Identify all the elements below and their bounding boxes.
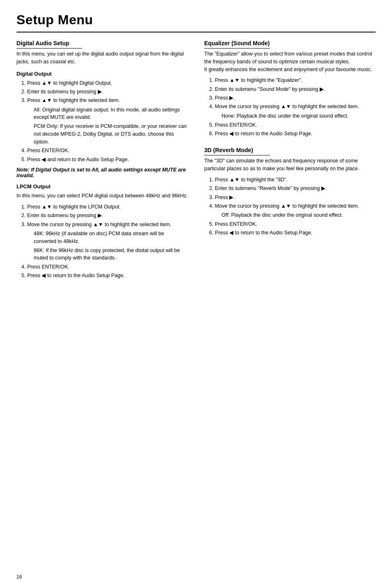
list-item: Press ▲▼ to highlight Digital Output. [27,79,188,87]
indent-block: None: Playback the disc under the origin… [221,112,376,120]
list-item: Press ▲▼ to highlight the "3D". [215,176,376,184]
page-title: Setup Menu [16,12,376,28]
digital-output-title: Digital Output [16,71,188,77]
page-number: 16 [16,574,22,580]
right-column: Equalizer (Sound Mode) The "Equalizer" a… [204,40,376,289]
equalizer-steps: Press ▲▼ to highlight the "Equalizer". E… [212,76,376,138]
3d-reverb-steps: Press ▲▼ to highlight the "3D". Enter it… [212,176,376,237]
list-item: Press ▲▼ to highlight the selected item.… [27,97,188,146]
list-item: Press ENTER/OK. [215,220,376,228]
left-column: Digital Audio Setup In this menu, you ca… [16,40,188,289]
list-item: Press ENTER/OK. [27,263,188,271]
equalizer-intro: The "Equalizer" allow you to select from… [204,50,376,73]
list-item: Press ▲▼ to highlight the LPCM Output. [27,203,188,211]
title-divider [16,32,376,32]
indent-block: 48K: 96kHz (if available on disc) PCM da… [34,230,188,245]
digital-output-note: Note: If Digital Output is set to All, a… [16,167,188,178]
lpcm-output-steps: Press ▲▼ to highlight the LPCM Output. E… [24,203,188,280]
list-item: Press ▶. [215,94,376,102]
list-item: Press ENTER/OK. [27,147,188,155]
list-item: Press ▶. [215,194,376,201]
list-item: Press ENTER/OK. [215,121,376,129]
3d-reverb-title: 3D (Reverb Mode) [204,147,270,155]
3d-reverb-section: 3D (Reverb Mode) The "3D" can simulate t… [204,147,376,237]
indent-block: Off: Playback the disc under the origina… [221,211,376,219]
list-item: Move the cursor by pressing ▲▼ to highli… [215,202,376,219]
list-item: Enter its submenu "Reverb Mode" by press… [215,185,376,192]
digital-output-steps: Press ▲▼ to highlight Digital Output. En… [24,79,188,164]
digital-audio-setup-intro: In this menu, you can set up the digital… [16,50,188,66]
list-item: Press ◀ to return to the Audio Setup Pag… [215,229,376,237]
indent-block: 96K: If the 96kHz disc is copy protected… [34,247,188,262]
main-content: Digital Audio Setup In this menu, you ca… [16,40,376,289]
digital-audio-setup-section: Digital Audio Setup In this menu, you ca… [16,40,188,280]
list-item: Press ◀ and return to the Audio Setup Pa… [27,156,188,164]
list-item: Enter its submenu "Sound Mode" by pressi… [215,86,376,93]
lpcm-output-intro: In this menu, you can select PCM digital… [16,192,188,200]
list-item: Enter its submenu by pressing ▶. [27,212,188,220]
list-item: Move the cursor by pressing ▲▼ to highli… [27,221,188,262]
indent-block: PCM Only: If your receiver is PCM-compat… [34,123,188,146]
3d-reverb-intro: The "3D" can simulate the echoes and fre… [204,157,376,173]
equalizer-section: Equalizer (Sound Mode) The "Equalizer" a… [204,40,376,138]
list-item: Press ▲▼ to highlight the "Equalizer". [215,76,376,84]
list-item: Move the cursor by pressing ▲▼ to highli… [215,103,376,120]
indent-block: All: Original digital signals output. In… [34,106,188,122]
digital-audio-setup-title: Digital Audio Setup [16,40,82,49]
list-item: Enter its submenu by pressing ▶. [27,88,188,96]
lpcm-output-title: LPCM Output [16,183,188,190]
equalizer-title: Equalizer (Sound Mode) [204,40,270,49]
lpcm-output-subsection: LPCM Output In this menu, you can select… [16,183,188,280]
list-item: Press ◀ to return to the Audio Setup Pag… [215,130,376,138]
digital-output-subsection: Digital Output Press ▲▼ to highlight Dig… [16,71,188,179]
list-item: Press ◀ to return to the Audio Setup Pag… [27,272,188,280]
